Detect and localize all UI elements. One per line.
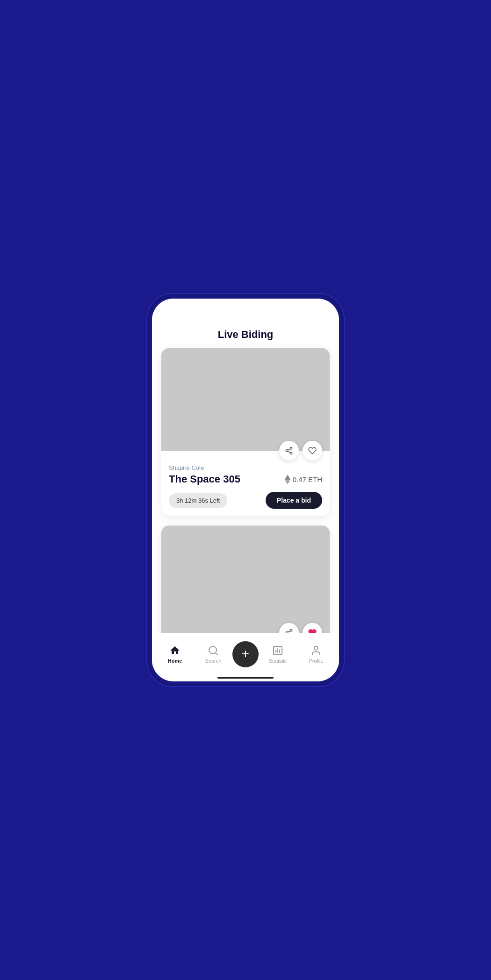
- price-badge-1: 0.47 ETH: [284, 475, 322, 484]
- nav-label-home: Home: [168, 658, 182, 664]
- card-1-actions: [279, 441, 322, 461]
- nft-image-container-1: [161, 348, 330, 451]
- like-button-1[interactable]: [303, 441, 322, 461]
- svg-line-3: [288, 451, 290, 453]
- bottom-nav: Home Search + Statistic: [152, 633, 339, 675]
- nav-item-profile[interactable]: Profile: [297, 645, 335, 664]
- svg-line-11: [216, 652, 217, 654]
- cards-container: Shapire Cole The Space 305 0.47 ETH: [152, 348, 339, 633]
- svg-line-9: [288, 631, 290, 632]
- nav-item-home[interactable]: Home: [156, 645, 194, 664]
- page-title: Live Biding: [163, 329, 328, 341]
- statistic-icon: [272, 645, 283, 656]
- share-icon-2: [285, 629, 293, 633]
- timer-badge-1: 3h 12m 36s Left: [169, 493, 227, 508]
- status-bar: [152, 299, 339, 319]
- nav-add-button[interactable]: +: [232, 641, 259, 667]
- price-value-1: 0.47 ETH: [293, 475, 322, 483]
- share-button-1[interactable]: [279, 441, 299, 461]
- plus-icon: +: [242, 647, 249, 660]
- svg-point-16: [314, 646, 318, 650]
- nav-item-search[interactable]: Search: [194, 645, 232, 664]
- heart-icon-2: [308, 629, 317, 633]
- home-icon: [169, 645, 181, 656]
- nft-bottom-row-1: The Space 305 0.47 ETH: [169, 473, 322, 485]
- nft-info-1: Shapire Cole The Space 305 0.47 ETH: [161, 451, 330, 516]
- home-indicator: [217, 677, 274, 679]
- nft-title-1: The Space 305: [169, 473, 240, 485]
- card-2-actions: [279, 623, 322, 633]
- share-icon: [285, 446, 293, 455]
- nft-image-1: [161, 348, 330, 451]
- app-content: Live Biding: [152, 319, 339, 633]
- nft-card-2: Shapire Cole The Space 306 0.47 ETH: [161, 526, 330, 633]
- nft-actions-row-1: 3h 12m 36s Left Place a bid: [169, 492, 322, 509]
- nav-label-search: Search: [205, 658, 222, 664]
- artist-name-1: Shapire Cole: [169, 464, 322, 471]
- nft-image-container-2: [161, 526, 330, 633]
- phone-frame: Live Biding: [147, 294, 344, 686]
- bid-button-1[interactable]: Place a bid: [266, 492, 322, 509]
- svg-line-4: [288, 449, 290, 450]
- heart-icon: [308, 446, 317, 455]
- phone-screen: Live Biding: [152, 299, 339, 681]
- nav-item-statistic[interactable]: Statistic: [259, 645, 297, 664]
- page-header: Live Biding: [152, 319, 339, 348]
- nav-label-profile: Profile: [309, 658, 323, 664]
- share-button-2[interactable]: [279, 623, 299, 633]
- eth-icon-1: [284, 475, 291, 484]
- nft-card-1: Shapire Cole The Space 305 0.47 ETH: [161, 348, 330, 516]
- like-button-2[interactable]: [303, 623, 322, 633]
- nft-image-2: [161, 526, 330, 633]
- search-icon: [208, 645, 219, 656]
- nav-label-statistic: Statistic: [269, 658, 287, 664]
- profile-icon: [310, 645, 322, 656]
